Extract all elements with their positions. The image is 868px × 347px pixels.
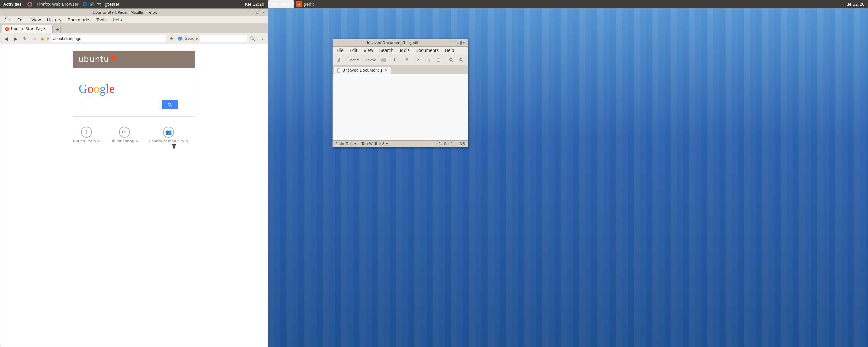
toolbar-separator-4 <box>445 56 445 64</box>
firefox-menu-help[interactable]: Help <box>110 17 124 23</box>
google-main-search-input[interactable] <box>79 100 160 109</box>
gedit-editor[interactable] <box>333 74 468 140</box>
google-search-button[interactable] <box>162 100 178 109</box>
ubuntu-shop-link[interactable]: 🛍 Ubuntu shop > <box>110 127 138 143</box>
google-g: G <box>79 82 87 96</box>
ubuntu-circle-logo <box>110 55 116 61</box>
gedit-app-label: gedit <box>303 2 314 7</box>
firefox-menu-view[interactable]: View <box>28 17 43 23</box>
google-search-input[interactable] <box>200 35 247 42</box>
gedit-tab-width-status[interactable]: Tab Width: 8 ▾ <box>361 142 388 146</box>
redo-icon <box>403 58 408 62</box>
ubuntu-community-text: Ubuntu community > <box>149 139 189 143</box>
clock-left: Tue 12:20 <box>241 2 268 7</box>
firefox-close-btn[interactable]: ✕ <box>261 10 266 15</box>
firefox-minimize-btn[interactable]: _ <box>249 10 254 15</box>
gedit-minimize-btn[interactable]: _ <box>451 41 455 45</box>
clock-right: Tue 12:20 <box>841 2 868 7</box>
back-button[interactable]: ◀ <box>2 34 11 43</box>
ubuntu-help-link[interactable]: ? Ubuntu help > <box>73 127 100 143</box>
ssl-icon: 🔒 <box>40 37 44 40</box>
firefox-menubar: File Edit View History Bookmarks Tools H… <box>0 16 268 24</box>
gedit-undo-btn[interactable] <box>391 55 400 65</box>
gedit-position-status: Ln 1, Col 1 <box>433 142 453 146</box>
gedit-statusbar: Plain Text ▾ Tab Width: 8 ▾ Ln 1, Col 1 … <box>333 140 468 147</box>
open-icon <box>346 58 347 62</box>
tab-label: Ubuntu Start Page <box>11 27 45 31</box>
gedit-replace-btn[interactable]: R <box>457 55 466 65</box>
firefox-window-label[interactable]: Firefox Web Browser <box>35 2 80 7</box>
svg-point-3 <box>6 28 8 30</box>
forward-button[interactable]: ▶ <box>11 34 20 43</box>
new-tab-button[interactable]: + <box>54 26 61 33</box>
gedit-menu-file[interactable]: File <box>334 47 346 54</box>
google-label: Google <box>183 36 199 41</box>
google-area: Google <box>73 75 195 117</box>
gedit-print-btn[interactable] <box>379 55 388 65</box>
gedit-language-status[interactable]: Plain Text ▾ <box>335 142 356 146</box>
gedit-cut-btn[interactable]: ✂ <box>414 55 423 65</box>
gedit-toolbar: Open ▾ Save <box>333 54 468 66</box>
firefox-menu-tools[interactable]: Tools <box>94 17 110 23</box>
firefox-menu-file[interactable]: File <box>2 17 14 23</box>
firefox-maximize-btn[interactable]: □ <box>255 10 260 15</box>
google-icon: G <box>178 36 182 41</box>
gedit-titlebar: Unsaved Document 1 - gedit _ □ ✕ <box>333 39 468 47</box>
volume-icon: 🔊 <box>90 2 94 6</box>
gedit-copy-btn[interactable]: ⎘ <box>424 55 433 65</box>
replace-icon: R <box>459 58 464 62</box>
gedit-window: Unsaved Document 1 - gedit _ □ ✕ File Ed… <box>332 39 468 147</box>
gedit-menu-view[interactable]: View <box>361 47 376 54</box>
username-label: gtester <box>103 2 122 7</box>
firefox-tab-ubuntu[interactable]: Ubuntu Start Page <box>2 25 53 33</box>
ubuntu-banner: ubuntu <box>73 51 195 68</box>
gedit-tab-icon <box>337 68 341 73</box>
gedit-tab-label: Unsaved Document 1 <box>342 68 383 73</box>
firefox-title: Ubuntu Start Page - Mozilla Firefox <box>2 10 248 15</box>
activities-button-left[interactable]: Activities <box>0 0 25 8</box>
open-dropdown-arrow: ▾ <box>357 58 359 62</box>
gedit-maximize-btn[interactable]: □ <box>456 41 461 45</box>
taskbar-left: Activities Firefox Web Browser 🌐 🔊 📷 gte… <box>0 0 268 8</box>
firefox-menu-history[interactable]: History <box>44 17 64 23</box>
gedit-title: Unsaved Document 1 - gedit <box>334 41 450 45</box>
gedit-redo-btn[interactable] <box>401 55 411 65</box>
gedit-close-btn[interactable]: ✕ <box>461 41 466 45</box>
svg-point-19 <box>460 58 462 61</box>
gedit-open-btn[interactable]: Open ▾ <box>344 55 361 65</box>
search-icon <box>167 102 172 107</box>
gedit-menu-edit[interactable]: Edit <box>347 47 360 54</box>
firefox-window: Ubuntu Start Page - Mozilla Firefox _ □ … <box>0 8 268 347</box>
home-button[interactable]: ⌂ <box>30 34 39 43</box>
activities-label-right: Activities <box>272 2 290 7</box>
ubuntu-shop-icon: 🛍 <box>119 127 130 138</box>
firefox-menu-bookmarks[interactable]: Bookmarks <box>65 17 93 23</box>
nav-home-icon-btn[interactable]: ⌂ <box>257 34 266 43</box>
ubuntu-community-link[interactable]: 👥 Ubuntu community > <box>149 127 189 143</box>
sys-icons: 🌐 🔊 📷 <box>81 2 103 6</box>
url-bar[interactable] <box>51 35 166 42</box>
firefox-menu-edit[interactable]: Edit <box>15 17 28 23</box>
gedit-find-btn[interactable] <box>447 55 456 65</box>
gedit-ins-mode: INS <box>459 142 465 146</box>
gedit-language-label: Plain Text <box>335 142 353 146</box>
firefox-titlebar: Ubuntu Start Page - Mozilla Firefox _ □ … <box>0 9 268 16</box>
gedit-tab-unsaved[interactable]: Unsaved Document 1 ✕ <box>334 67 391 74</box>
firefox-navbar: ◀ ▶ ↻ ⌂ 🔒 ⊕ ★ G Google 🔍 ⌂ <box>0 33 268 44</box>
gedit-tab-close-btn[interactable]: ✕ <box>384 68 388 73</box>
nav-search-btn[interactable]: 🔍 <box>248 34 257 43</box>
svg-text:G: G <box>179 37 181 40</box>
gedit-menu-tools[interactable]: Tools <box>397 47 412 54</box>
gedit-paste-btn[interactable]: 📋 <box>434 55 443 65</box>
gedit-menu-help[interactable]: Help <box>442 47 457 54</box>
gedit-taskbar-item[interactable]: g gedit <box>294 1 316 7</box>
bookmark-star-btn[interactable]: ★ <box>167 34 176 43</box>
gedit-menu-search[interactable]: Search <box>377 47 396 54</box>
svg-text:R: R <box>462 60 463 62</box>
gedit-new-btn[interactable] <box>334 55 343 65</box>
gedit-tab-width-label: Tab Width: 8 <box>361 142 384 146</box>
activities-button-right[interactable]: Activities <box>268 0 294 8</box>
gedit-save-btn[interactable]: Save <box>364 55 378 65</box>
reload-button[interactable]: ↻ <box>21 34 29 43</box>
gedit-menu-documents[interactable]: Documents <box>413 47 441 54</box>
